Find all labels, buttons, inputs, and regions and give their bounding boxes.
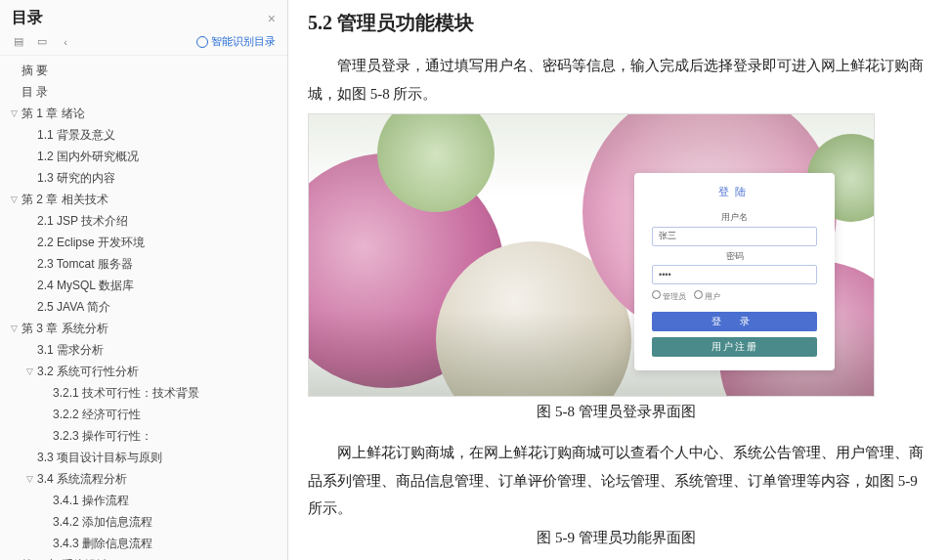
toc-label: 2.3 Tomcat 服务器 — [37, 255, 133, 273]
login-screenshot: 登陆 用户名 密码 管理员 用户 登 录 用户注册 — [308, 113, 875, 397]
toc-label: 目 录 — [22, 83, 48, 101]
figure-caption-5-9: 图 5-9 管理员功能界面图 — [308, 529, 925, 547]
toc-sidebar: 目录 × ▤ ▭ ‹ 智能识别目录 摘 要目 录▽第 1 章 绪论1.1 背景及… — [0, 0, 288, 560]
toc-item[interactable]: 3.4.1 操作流程 — [0, 490, 287, 511]
document-content: 5.2 管理员功能模块 管理员登录，通过填写用户名、密码等信息，输入完成后选择登… — [288, 0, 949, 560]
toc-item[interactable]: 3.2.2 经济可行性 — [0, 404, 287, 425]
chevron-left-icon[interactable]: ‹ — [59, 35, 72, 49]
toc-label: 3.3 项目设计目标与原则 — [37, 449, 162, 466]
sidebar-toolbar: ▤ ▭ ‹ 智能识别目录 — [0, 32, 287, 56]
paragraph: 管理员登录，通过填写用户名、密码等信息，输入完成后选择登录即可进入网上鲜花订购商… — [308, 52, 925, 108]
toc-item[interactable]: 1.1 背景及意义 — [0, 124, 287, 146]
toc-item[interactable]: 1.2 国内外研究概况 — [0, 146, 287, 167]
toc-label: 第 3 章 系统分析 — [22, 320, 108, 337]
toggle-icon[interactable]: ▽ — [8, 556, 20, 560]
toc-label: 摘 要 — [22, 62, 48, 79]
toc-item[interactable]: 3.2.3 操作可行性： — [0, 425, 287, 447]
password-input[interactable] — [652, 265, 817, 284]
toc-item[interactable]: ▽3.2 系统可行性分析 — [0, 361, 287, 382]
toc-label: 第 2 章 相关技术 — [22, 191, 108, 208]
toc-item[interactable]: 2.5 JAVA 简介 — [0, 296, 287, 318]
sidebar-header: 目录 × — [0, 0, 287, 32]
toggle-icon[interactable]: ▽ — [8, 191, 20, 208]
toc-label: 1.2 国内外研究概况 — [37, 148, 139, 165]
password-label: 密码 — [652, 250, 817, 263]
login-title: 登陆 — [652, 183, 817, 207]
section-heading: 5.2 管理员功能模块 — [308, 10, 925, 36]
toc-label: 3.4.2 添加信息流程 — [53, 513, 152, 531]
toc-label: 2.4 MySQL 数据库 — [37, 277, 134, 294]
toc-item[interactable]: 3.4.2 添加信息流程 — [0, 511, 287, 533]
smart-recognize-link[interactable]: 智能识别目录 — [196, 34, 276, 49]
toc-item[interactable]: 3.1 需求分析 — [0, 339, 287, 361]
toc-label: 第 4 章 系统设计 — [22, 556, 108, 560]
toc-label: 3.4.1 操作流程 — [53, 492, 129, 509]
toc-label: 3.2.1 技术可行性：技术背景 — [53, 384, 199, 402]
toc-label: 3.2.2 经济可行性 — [53, 406, 141, 423]
close-icon[interactable]: × — [268, 11, 276, 26]
toc-item[interactable]: 摘 要 — [0, 60, 287, 81]
toc-label: 3.1 需求分析 — [37, 341, 104, 359]
login-panel: 登陆 用户名 密码 管理员 用户 登 录 用户注册 — [634, 173, 835, 370]
toggle-icon[interactable]: ▽ — [23, 363, 35, 380]
toc-item[interactable]: 2.3 Tomcat 服务器 — [0, 253, 287, 275]
paragraph: 网上鲜花订购商城，在网上鲜花订购商城可以查看个人中心、系统公告管理、用户管理、商… — [308, 439, 925, 523]
role-radios: 管理员 用户 — [652, 290, 817, 302]
toc-label: 3.2 系统可行性分析 — [37, 363, 139, 380]
toc-item[interactable]: ▽第 2 章 相关技术 — [0, 189, 287, 210]
figure-caption-5-8: 图 5-8 管理员登录界面图 — [308, 403, 925, 421]
expand-all-icon[interactable]: ▤ — [12, 35, 25, 49]
toggle-icon[interactable]: ▽ — [23, 470, 35, 488]
toc-label: 1.1 背景及意义 — [37, 126, 115, 144]
toc-item[interactable]: 3.4.3 删除信息流程 — [0, 533, 287, 554]
toc-item[interactable]: 2.1 JSP 技术介绍 — [0, 210, 287, 232]
toc-label: 第 1 章 绪论 — [22, 105, 85, 122]
toc-item[interactable]: ▽第 4 章 系统设计 — [0, 554, 287, 560]
toc-label: 3.2.3 操作可行性： — [53, 427, 152, 445]
toc-label: 3.4.3 删除信息流程 — [53, 535, 152, 552]
toggle-icon[interactable]: ▽ — [8, 105, 20, 122]
toc-list[interactable]: 摘 要目 录▽第 1 章 绪论1.1 背景及意义1.2 国内外研究概况1.3 研… — [0, 56, 287, 560]
login-button[interactable]: 登 录 — [652, 312, 817, 331]
sidebar-title: 目录 — [12, 8, 43, 28]
toc-item[interactable]: ▽第 1 章 绪论 — [0, 103, 287, 124]
toc-item[interactable]: 3.2.1 技术可行性：技术背景 — [0, 382, 287, 404]
radio-user[interactable]: 用户 — [694, 290, 720, 302]
radio-admin[interactable]: 管理员 — [652, 290, 686, 302]
collapse-all-icon[interactable]: ▭ — [35, 35, 49, 49]
toc-item[interactable]: 2.2 Eclipse 开发环境 — [0, 232, 287, 253]
toc-label: 2.5 JAVA 简介 — [37, 298, 110, 316]
username-label: 用户名 — [652, 211, 817, 224]
toc-label: 2.2 Eclipse 开发环境 — [37, 234, 145, 251]
toc-label: 1.3 研究的内容 — [37, 169, 115, 187]
toc-item[interactable]: ▽第 3 章 系统分析 — [0, 318, 287, 339]
register-button[interactable]: 用户注册 — [652, 337, 817, 357]
toolbar-icons: ▤ ▭ ‹ — [12, 35, 72, 49]
toggle-icon[interactable]: ▽ — [8, 320, 20, 337]
toc-label: 3.4 系统流程分析 — [37, 470, 127, 488]
username-input[interactable] — [652, 227, 817, 246]
toc-label: 2.1 JSP 技术介绍 — [37, 212, 128, 230]
figure-5-8: 登陆 用户名 密码 管理员 用户 登 录 用户注册 — [308, 113, 925, 397]
toc-item[interactable]: 1.3 研究的内容 — [0, 167, 287, 189]
toc-item[interactable]: ▽3.4 系统流程分析 — [0, 468, 287, 490]
toc-item[interactable]: 目 录 — [0, 81, 287, 103]
toc-item[interactable]: 3.3 项目设计目标与原则 — [0, 447, 287, 468]
toc-item[interactable]: 2.4 MySQL 数据库 — [0, 275, 287, 296]
